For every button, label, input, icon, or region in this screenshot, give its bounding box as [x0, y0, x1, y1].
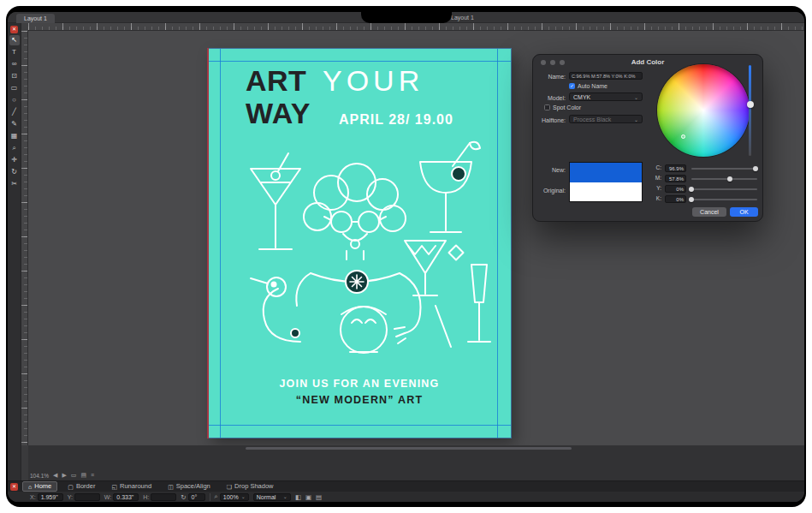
tab-border-label: Border	[76, 483, 96, 490]
chevron-down-icon: ⌄	[634, 94, 638, 100]
rotate-angle-icon: ↻	[181, 493, 186, 501]
color-name-input[interactable]: C:96.9% M:57.8% Y:0% K:0%	[569, 72, 643, 80]
item-tool-button[interactable]: ↖	[9, 35, 20, 45]
h-field[interactable]	[151, 493, 176, 501]
auto-name-checkbox[interactable]: ✓	[569, 83, 575, 89]
scrollbar-thumb[interactable]	[246, 447, 572, 450]
camera-notch	[361, 6, 452, 23]
macbook-display: Layout 1 Layout 1 ✕ ↖ T ∞ ⊡ ▭ ○ ╱ ✎ ▦ ⌕ …	[6, 6, 806, 507]
poster-date-text[interactable]: APRIL 28/ 19.00	[339, 113, 453, 127]
tab-runaround[interactable]: ◱ Runaround	[105, 481, 157, 492]
view-status-row: 104.1% ◀ ▶ ▭ ▤ ≡	[30, 472, 94, 479]
text-linking-tool-button[interactable]: ∞	[9, 59, 20, 69]
x-field[interactable]: 1.959"	[38, 493, 63, 501]
add-color-dialog: Add Color Name: C:96.9% M:57.8% Y:0% K:0…	[532, 54, 763, 222]
runaround-icon: ◱	[111, 484, 117, 490]
bezier-pen-tool-button[interactable]: ✎	[9, 119, 20, 129]
pan-tool-button[interactable]: ✛	[9, 155, 20, 165]
yellow-slider[interactable]	[691, 188, 757, 190]
measurement-palette-icon[interactable]: ✕	[10, 483, 18, 491]
app-logo-icon[interactable]: ✕	[10, 26, 18, 33]
space-align-icon: ◫	[168, 484, 174, 490]
color-preview-swatch	[569, 162, 643, 202]
vertical-ruler[interactable]	[21, 31, 28, 445]
y-field-label: Y:	[68, 494, 73, 500]
yellow-label: Y:	[651, 186, 661, 192]
tab-drop-shadow-label: Drop Shadow	[234, 483, 273, 490]
flip-vertical-icon[interactable]: ▤	[316, 493, 322, 501]
scissors-tool-button[interactable]: ✂	[9, 179, 20, 189]
color-wheel-marker[interactable]	[681, 134, 685, 139]
ok-button[interactable]: OK	[730, 207, 758, 217]
blend-mode-select[interactable]: Normal ⌄	[253, 493, 291, 501]
horizontal-ruler[interactable]	[28, 23, 804, 31]
picture-content-tool-button[interactable]: ⊡	[9, 71, 20, 81]
black-slider-thumb[interactable]	[689, 197, 694, 202]
margin-guide-top	[208, 61, 511, 62]
cyan-value-field[interactable]: 96.9%	[665, 164, 686, 172]
original-label: Original:	[533, 188, 566, 194]
poster-illustration[interactable]	[222, 138, 497, 374]
original-color-swatch	[570, 182, 642, 202]
tab-home[interactable]: ⌂ Home	[22, 481, 57, 492]
magnifier-icon: ⌕	[215, 492, 218, 501]
horizontal-scrollbar[interactable]	[28, 446, 804, 450]
view-zoom-field[interactable]: 104.1%	[30, 473, 49, 479]
poster-title-your[interactable]: YOUR	[323, 66, 424, 95]
poster-title-art[interactable]: ART	[246, 66, 306, 95]
opacity-icon[interactable]: ◧	[295, 493, 301, 501]
zoom-select[interactable]: 100% ⌄	[220, 493, 249, 501]
magenta-value-field[interactable]: 57.8%	[665, 175, 686, 182]
color-wheel[interactable]	[657, 64, 750, 157]
rotate-tool-button[interactable]: ↻	[9, 167, 20, 177]
spot-color-label: Spot Color	[553, 104, 581, 110]
x-field-label: X:	[30, 494, 36, 500]
line-tool-button[interactable]: ╱	[9, 107, 20, 117]
table-tool-button[interactable]: ▦	[9, 131, 20, 141]
w-field[interactable]: 0.333"	[113, 493, 139, 501]
layout-tab[interactable]: Layout 1	[16, 14, 55, 23]
tab-drop-shadow[interactable]: ❏ Drop Shadow	[221, 481, 280, 492]
zoom-select-value: 100%	[223, 494, 239, 500]
angle-field[interactable]: 0°	[188, 493, 205, 501]
y-field[interactable]	[74, 493, 100, 501]
text-content-tool-button[interactable]: T	[9, 47, 20, 57]
next-page-icon[interactable]: ▶	[62, 472, 66, 479]
chevron-down-icon: ⌄	[241, 494, 246, 499]
yellow-value-field[interactable]: 0%	[665, 185, 686, 193]
pages-panel-icon[interactable]: ▤	[80, 472, 86, 479]
black-slider[interactable]	[691, 199, 757, 200]
magenta-slider-thumb[interactable]	[727, 176, 732, 182]
new-label: New:	[533, 167, 566, 173]
cyan-channel-row: C: 96.9%	[651, 164, 759, 173]
home-icon: ⌂	[28, 484, 32, 490]
page-layout-icon[interactable]: ▭	[71, 472, 77, 479]
view-options-icon[interactable]: ≡	[91, 472, 94, 479]
flip-horizontal-icon[interactable]: ▣	[305, 493, 311, 501]
measurement-tab-bar: ✕ ⌂ Home ▢ Border ◱ Runaround ◫ Space/Al…	[8, 480, 804, 492]
halftone-select[interactable]: Process Black ⌄	[569, 115, 643, 123]
cancel-button[interactable]: Cancel	[692, 207, 726, 217]
spot-color-checkbox-row: Spot Color	[544, 104, 581, 110]
tab-border[interactable]: ▢ Border	[62, 481, 101, 492]
prev-page-icon[interactable]: ◀	[53, 472, 57, 479]
poster-footer-line2[interactable]: “NEW MODERN” ART	[208, 394, 511, 406]
tab-space-align[interactable]: ◫ Space/Align	[162, 481, 216, 492]
brightness-slider[interactable]	[749, 65, 751, 156]
brightness-slider-thumb[interactable]	[747, 101, 754, 108]
spot-color-checkbox[interactable]	[544, 104, 550, 110]
model-select[interactable]: CMYK ⌄	[569, 92, 643, 101]
magenta-slider[interactable]	[691, 178, 757, 180]
poster-page[interactable]: ART YOUR WAY APRIL 28/ 19.00	[208, 49, 511, 438]
black-value-field[interactable]: 0%	[665, 195, 686, 203]
zoom-tool-button[interactable]: ⌕	[9, 143, 20, 153]
poster-title-way[interactable]: WAY	[246, 98, 311, 128]
yellow-slider-thumb[interactable]	[689, 187, 694, 192]
h-field-label: H:	[143, 494, 149, 500]
black-label: K:	[651, 196, 661, 202]
rectangle-box-tool-button[interactable]: ▭	[9, 83, 20, 93]
poster-footer-line1[interactable]: JOIN US FOR AN EVENING	[208, 378, 511, 390]
oval-box-tool-button[interactable]: ○	[9, 95, 20, 105]
cyan-slider[interactable]	[691, 168, 757, 170]
cyan-slider-thumb[interactable]	[753, 166, 758, 171]
